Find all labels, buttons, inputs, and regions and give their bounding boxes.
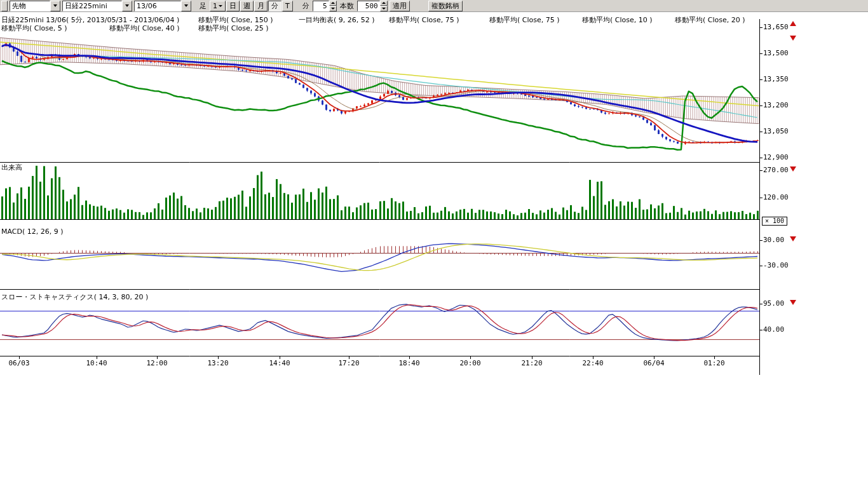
main-scale-up-button[interactable] bbox=[790, 21, 796, 26]
symbol-value: 日経225mini bbox=[62, 1, 122, 11]
timeframe-button-label: 週 bbox=[243, 1, 250, 11]
bar-count-spinner bbox=[380, 1, 388, 11]
spin-down-button[interactable] bbox=[329, 6, 337, 11]
multi-symbol-button[interactable]: 複数銘柄 bbox=[428, 1, 463, 11]
symbol-dropdown-button[interactable] bbox=[122, 1, 132, 11]
chart-canvas[interactable] bbox=[0, 0, 868, 488]
timeframe-button-tick[interactable]: T bbox=[282, 1, 293, 11]
timeframe-button-1min[interactable]: 1 bbox=[210, 1, 226, 11]
contract-month-value: 13/06 bbox=[134, 1, 181, 11]
chevron-down-icon bbox=[331, 8, 335, 10]
chevron-up-icon bbox=[331, 2, 335, 4]
toolbar: 先物 日経225mini 13/06 足 1 日 週 月 分 T 分 5 bbox=[0, 0, 868, 12]
instrument-type-dropdown-button[interactable] bbox=[50, 1, 60, 11]
timeframe-button-minute[interactable]: 分 bbox=[268, 1, 281, 11]
timeframe-button-weekly[interactable]: 週 bbox=[240, 1, 254, 11]
chart-application-window: 先物 日経225mini 13/06 足 1 日 週 月 分 T 分 5 bbox=[0, 0, 868, 488]
timeframe-button-label: T bbox=[285, 2, 290, 10]
contract-month-dropdown-button[interactable] bbox=[181, 1, 191, 11]
minutes-label: 分 bbox=[301, 1, 311, 11]
minutes-value[interactable]: 5 bbox=[313, 1, 329, 11]
bar-count-value[interactable]: 500 bbox=[357, 1, 380, 11]
chevron-down-icon bbox=[53, 4, 57, 7]
minutes-spinner bbox=[329, 1, 337, 11]
minutes-input[interactable]: 5 bbox=[313, 1, 337, 11]
instrument-type-select[interactable]: 先物 bbox=[10, 1, 60, 11]
bar-type-label: 足 bbox=[198, 1, 208, 11]
spin-up-button[interactable] bbox=[380, 1, 388, 6]
multi-symbol-button-label: 複数銘柄 bbox=[431, 1, 459, 11]
timeframe-button-monthly[interactable]: 月 bbox=[254, 1, 268, 11]
main-scale-down-button[interactable] bbox=[790, 36, 796, 41]
chevron-down-icon bbox=[382, 8, 386, 10]
chevron-down-icon bbox=[125, 4, 129, 7]
macd-scale-down-button[interactable] bbox=[790, 236, 796, 241]
bar-count-input[interactable]: 500 bbox=[357, 1, 388, 11]
timeframe-button-label: 日 bbox=[229, 1, 236, 11]
apply-button[interactable]: 適用 bbox=[390, 1, 410, 11]
timeframe-button-label: 分 bbox=[271, 1, 278, 11]
timeframe-button-label: 月 bbox=[257, 1, 264, 11]
timeframe-button-label: 1 bbox=[213, 2, 217, 10]
timeframe-button-group: 1 日 週 月 分 T bbox=[210, 1, 293, 11]
stoch-scale-down-button[interactable] bbox=[790, 300, 796, 305]
timeframe-button-daily[interactable]: 日 bbox=[226, 1, 240, 11]
toolbar-grip bbox=[1, 1, 8, 11]
apply-button-label: 適用 bbox=[393, 1, 407, 11]
chevron-down-icon bbox=[184, 4, 188, 7]
symbol-select[interactable]: 日経225mini bbox=[62, 1, 132, 11]
instrument-type-value: 先物 bbox=[10, 1, 50, 11]
volume-scale-down-button[interactable] bbox=[790, 166, 796, 172]
contract-month-select[interactable]: 13/06 bbox=[134, 1, 191, 11]
bar-count-label: 本数 bbox=[339, 1, 355, 11]
spin-up-button[interactable] bbox=[329, 1, 337, 6]
chevron-down-icon bbox=[219, 5, 222, 7]
chevron-up-icon bbox=[382, 2, 386, 4]
spin-down-button[interactable] bbox=[380, 6, 388, 11]
